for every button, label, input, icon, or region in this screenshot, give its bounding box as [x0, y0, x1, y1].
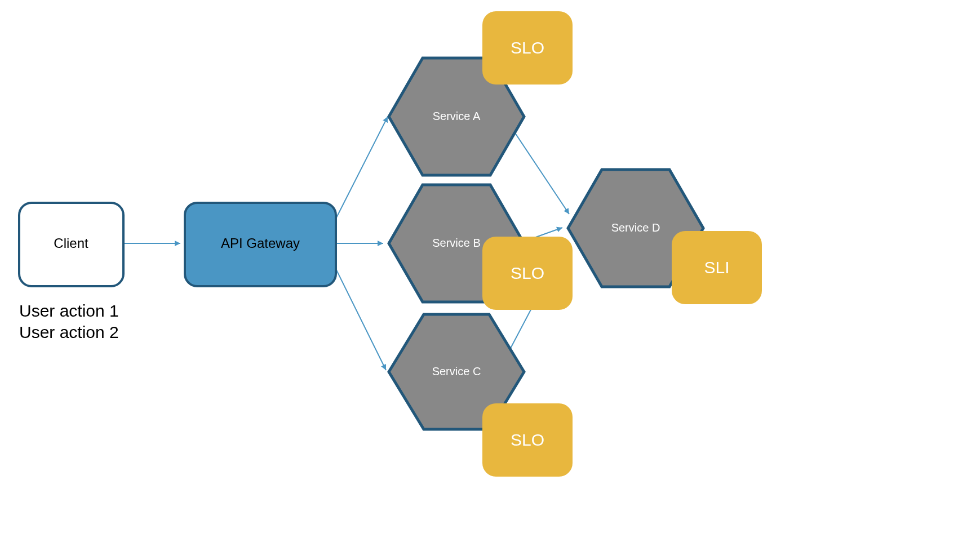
- slo-b-label: SLO: [511, 264, 544, 282]
- service-d-label: Service D: [611, 221, 660, 234]
- client-node: Client: [19, 203, 123, 286]
- slo-badge-service-c: SLO: [482, 403, 573, 477]
- arrow-gateway-serviceC: [332, 262, 386, 370]
- slo-a-label: SLO: [511, 38, 544, 57]
- client-label: Client: [54, 235, 88, 251]
- api-gateway-node: API Gateway: [185, 203, 336, 286]
- architecture-diagram: Client User action 1 User action 2 API G…: [0, 0, 967, 560]
- slo-badge-service-b: SLO: [482, 237, 573, 310]
- sli-d-label: SLI: [704, 258, 729, 277]
- user-actions: User action 1 User action 2: [19, 301, 119, 341]
- slo-badge-service-a: SLO: [482, 11, 573, 85]
- service-c-label: Service C: [432, 365, 481, 377]
- service-a-label: Service A: [433, 110, 481, 122]
- sli-badge-service-d: SLI: [672, 231, 762, 304]
- slo-c-label: SLO: [511, 430, 544, 449]
- arrow-serviceA-serviceD: [513, 130, 569, 214]
- service-b-label: Service B: [432, 237, 481, 249]
- arrow-gateway-serviceA: [332, 117, 388, 225]
- user-action-2: User action 2: [19, 323, 119, 341]
- user-action-1: User action 1: [19, 301, 119, 320]
- api-gateway-label: API Gateway: [221, 235, 300, 251]
